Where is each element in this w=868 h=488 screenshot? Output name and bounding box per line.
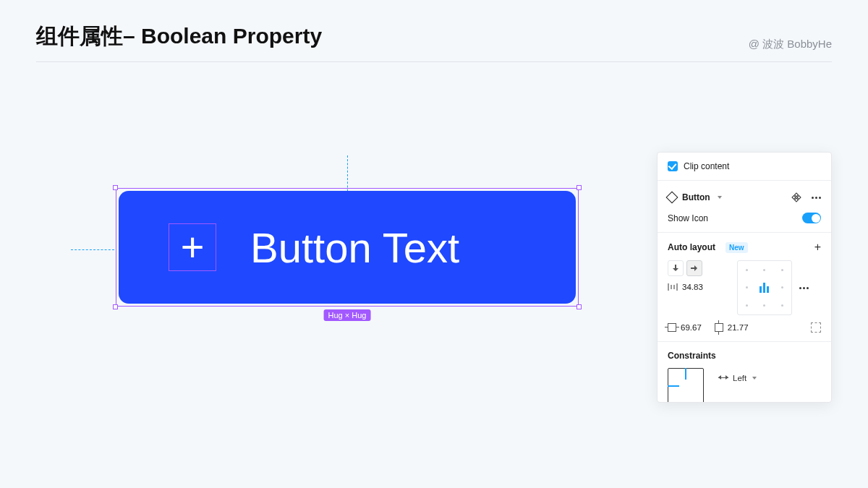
alignment-guide-horizontal — [71, 249, 114, 250]
svg-rect-1 — [797, 196, 801, 200]
component-section: Button Show Icon — [658, 181, 831, 233]
auto-layout-section: Auto layout New + 34.83 — [658, 233, 831, 342]
constraints-title: Constraints — [668, 351, 821, 361]
alignment-center-indicator — [760, 283, 769, 293]
padding-horizontal-icon — [668, 323, 676, 332]
gap-icon — [668, 282, 678, 292]
chevron-down-icon — [752, 377, 757, 380]
button-text-label[interactable]: Button Text — [250, 223, 459, 272]
constraint-horizontal-value: Left — [733, 374, 746, 382]
resize-handle-br[interactable] — [576, 304, 582, 309]
constraint-horizontal-select[interactable]: Left — [718, 374, 757, 382]
alignment-grid[interactable] — [737, 260, 792, 315]
slide-title: 组件属性– Boolean Property — [36, 22, 322, 51]
layer-selection-outline — [169, 223, 216, 271]
component-icon — [666, 192, 678, 204]
svg-rect-2 — [795, 193, 799, 197]
chevron-down-icon[interactable] — [718, 196, 722, 199]
svg-rect-0 — [792, 196, 796, 200]
padding-vertical-row[interactable]: 21.77 — [715, 323, 749, 332]
constraints-section: Constraints Left — [658, 342, 831, 403]
gap-value[interactable]: 34.83 — [682, 283, 703, 291]
clip-content-label: Clip content — [684, 161, 729, 171]
boolean-property-label: Show Icon — [668, 213, 708, 223]
design-canvas[interactable]: + Button Text Hug × Hug — [36, 72, 615, 434]
show-icon-toggle[interactable] — [802, 213, 821, 223]
direction-vertical-button[interactable] — [668, 260, 684, 276]
clip-content-checkbox[interactable] — [668, 161, 678, 171]
auto-layout-more-icon[interactable] — [799, 287, 809, 289]
gap-row[interactable]: 34.83 — [668, 282, 730, 292]
padding-vertical-value[interactable]: 21.77 — [728, 323, 749, 332]
padding-horizontal-value[interactable]: 69.67 — [681, 323, 702, 332]
constraints-widget[interactable] — [668, 368, 704, 403]
go-to-main-component-icon[interactable] — [788, 189, 804, 205]
svg-rect-3 — [795, 198, 799, 202]
padding-vertical-icon — [715, 323, 723, 332]
more-options-icon[interactable] — [812, 197, 821, 199]
clip-content-section: Clip content — [658, 153, 831, 181]
button-component[interactable]: + Button Text — [119, 191, 576, 304]
dimension-badge: Hug × Hug — [324, 309, 371, 321]
plus-icon-layer[interactable]: + — [169, 224, 216, 270]
resize-handle-tl[interactable] — [113, 185, 118, 190]
slide-header: 组件属性– Boolean Property @ 波波 BobbyHe — [36, 22, 832, 62]
resize-handle-bl[interactable] — [113, 304, 118, 309]
padding-horizontal-row[interactable]: 69.67 — [668, 323, 702, 332]
resize-handle-tr[interactable] — [576, 185, 582, 190]
add-auto-layout-button[interactable]: + — [814, 241, 821, 253]
inspector-panel: Clip content Button Show Icon — [657, 152, 832, 403]
component-name[interactable]: Button — [682, 192, 710, 202]
horizontal-constraint-icon — [718, 375, 728, 381]
new-badge: New — [726, 242, 748, 253]
selected-frame[interactable]: + Button Text Hug × Hug — [116, 188, 579, 307]
author-credit: @ 波波 BobbyHe — [749, 38, 832, 51]
auto-layout-title: Auto layout — [668, 242, 715, 252]
individual-padding-icon[interactable] — [811, 322, 821, 333]
direction-horizontal-button[interactable] — [686, 260, 702, 276]
